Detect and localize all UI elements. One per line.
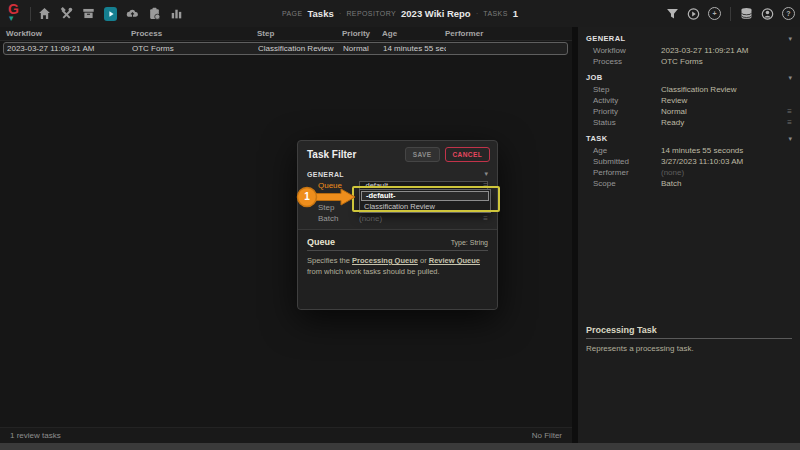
detail-row-step: Step Classification Review (586, 84, 792, 95)
topbar-divider (730, 7, 731, 21)
chevron-down-icon[interactable]: ▾ (788, 74, 792, 82)
details-sidebar: GENERAL ▾ Workflow 2023-03-27 11:09:21 A… (578, 27, 800, 443)
review-queue-link[interactable]: Review Queue (429, 256, 480, 265)
filter-icon[interactable] (666, 7, 679, 20)
topbar-right-icons: + ? (666, 0, 795, 27)
breadcrumb-separator: · (476, 9, 479, 18)
sidebar-section-general[interactable]: GENERAL ▾ (586, 32, 792, 45)
breadcrumb-tasks-count: 1 (513, 8, 518, 19)
help-property-name: Queue (307, 237, 335, 247)
table-row-selected[interactable]: 2023-03-27 11:09:21 AM OTC Forms Classif… (3, 42, 568, 55)
cell-process: OTC Forms (132, 44, 258, 53)
column-header-process[interactable]: Process (131, 29, 257, 38)
detail-label: Activity (593, 96, 661, 105)
column-header-step[interactable]: Step (257, 29, 342, 38)
breadcrumb-repo-label: REPOSITORY (346, 10, 396, 17)
detail-label: Submitted (593, 157, 661, 166)
detail-row-performer: Performer (none) (586, 167, 792, 178)
dialog-help-panel: Queue Type: String Specifies the Process… (298, 229, 497, 309)
column-header-priority[interactable]: Priority (342, 29, 382, 38)
detail-label: Process (593, 57, 661, 66)
help-text-segment: Specifies the (307, 256, 352, 265)
cell-workflow: 2023-03-27 11:09:21 AM (7, 44, 132, 53)
table-header: Workflow Process Step Priority Age Perfo… (0, 27, 572, 41)
detail-label: Workflow (593, 46, 661, 55)
field-label-batch: Batch (306, 214, 359, 223)
section-title: TASK (586, 134, 607, 143)
archive-box-icon[interactable] (82, 7, 95, 20)
sidebar-section-job[interactable]: JOB ▾ (586, 71, 792, 84)
help-text-segment: or (418, 256, 429, 265)
help-property-type: Type: String (451, 239, 488, 246)
play-circle-icon[interactable] (687, 7, 700, 20)
sidebar-help-panel: Processing Task Represents a processing … (586, 325, 792, 353)
detail-label: Performer (593, 168, 661, 177)
status-bar: 1 review tasks No Filter (0, 427, 572, 443)
breadcrumb: PAGE Tasks · REPOSITORY 2023 Wiki Repo ·… (282, 0, 518, 27)
dialog-section-general[interactable]: GENERAL ▾ (298, 166, 497, 180)
detail-row-submitted: Submitted 3/27/2023 11:10:03 AM (586, 156, 792, 167)
clipboard-icon[interactable] (148, 7, 161, 20)
help-text: Represents a processing task. (586, 344, 792, 353)
detail-value: 3/27/2023 11:10:03 AM (661, 157, 743, 166)
help-icon[interactable]: ? (782, 7, 795, 20)
topbar-divider (30, 7, 31, 21)
column-header-age[interactable]: Age (382, 29, 445, 38)
cancel-button[interactable]: CANCEL (445, 147, 490, 162)
dropdown-option-default[interactable]: -default- (361, 191, 489, 201)
dialog-title: Task Filter (307, 149, 405, 160)
column-header-workflow[interactable]: Workflow (6, 29, 131, 38)
detail-row-status: Status Ready ≡ (586, 117, 792, 128)
column-header-performer[interactable]: Performer (445, 29, 572, 38)
detail-row-scope: Scope Batch (586, 178, 792, 189)
processing-queue-link[interactable]: Processing Queue (352, 256, 418, 265)
field-label-step: Step (306, 203, 359, 212)
cell-priority: Normal (343, 44, 383, 53)
save-button[interactable]: SAVE (405, 147, 440, 162)
detail-label: Priority (593, 107, 661, 116)
status-task-count: 1 review tasks (10, 431, 61, 440)
detail-value: Review (661, 96, 687, 105)
database-icon[interactable] (740, 7, 753, 20)
field-label-process: Process (306, 192, 359, 201)
detail-value: Classification Review (661, 85, 737, 94)
chevron-down-icon[interactable]: ▾ (484, 170, 488, 178)
breadcrumb-page-value[interactable]: Tasks (307, 8, 333, 19)
menu-icon[interactable]: ≡ (483, 214, 488, 223)
section-title: GENERAL (586, 34, 625, 43)
account-icon[interactable] (761, 7, 774, 20)
batch-value: (none) (359, 214, 382, 223)
detail-label: Step (593, 85, 661, 94)
cell-step: Classification Review (258, 44, 343, 53)
section-title: GENERAL (307, 171, 344, 178)
batches-icon-active[interactable] (104, 7, 117, 20)
tools-icon[interactable] (60, 7, 73, 20)
cell-age: 14 minutes 55 seco... (383, 44, 446, 53)
breadcrumb-page-label: PAGE (282, 10, 303, 17)
detail-label: Status (593, 118, 661, 127)
task-filter-dialog: Task Filter SAVE CANCEL GENERAL ▾ Queue … (297, 140, 498, 310)
menu-icon[interactable]: ≡ (787, 118, 792, 127)
home-icon[interactable] (38, 7, 51, 20)
help-title: Processing Task (586, 325, 792, 339)
detail-value: 2023-03-27 11:09:21 AM (661, 46, 748, 55)
top-bar: G ▾ (0, 0, 800, 27)
dropdown-option-classification-review[interactable]: Classification Review (360, 202, 490, 212)
breadcrumb-repo-value[interactable]: 2023 Wiki Repo (401, 8, 471, 19)
add-icon[interactable]: + (708, 7, 721, 20)
cloud-upload-icon[interactable] (126, 7, 139, 20)
status-filter-state[interactable]: No Filter (532, 431, 562, 440)
chevron-down-icon[interactable]: ▾ (788, 135, 792, 143)
detail-row-workflow: Workflow 2023-03-27 11:09:21 AM (586, 45, 792, 56)
sidebar-section-task[interactable]: TASK ▾ (586, 132, 792, 145)
menu-icon[interactable]: ≡ (787, 107, 792, 116)
app-logo[interactable]: G ▾ (0, 0, 27, 27)
detail-row-process: Process OTC Forms (586, 56, 792, 67)
detail-value: Normal (661, 107, 687, 116)
bar-chart-icon[interactable] (170, 7, 183, 20)
chevron-down-icon[interactable]: ▾ (788, 35, 792, 43)
field-row-batch: Batch (none) ≡ (306, 213, 489, 224)
detail-row-priority: Priority Normal ≡ (586, 106, 792, 117)
detail-row-activity: Activity Review (586, 95, 792, 106)
detail-value: Batch (661, 179, 681, 188)
